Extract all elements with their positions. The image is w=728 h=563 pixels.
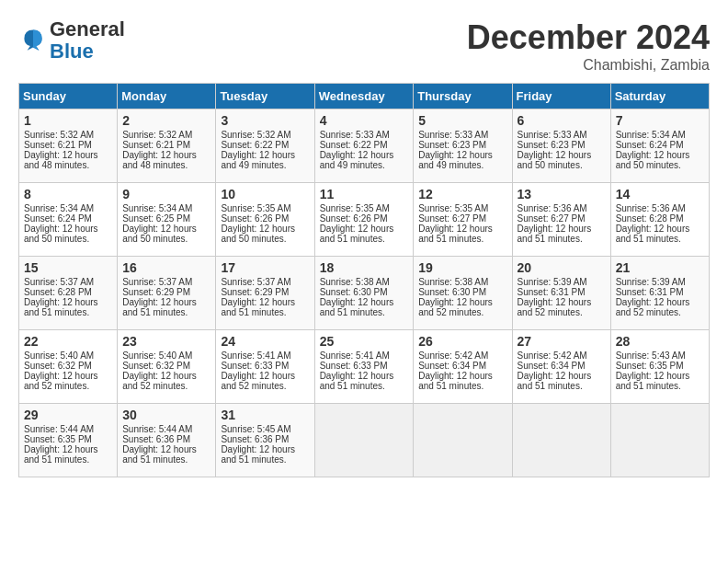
calendar-cell: 18Sunrise: 5:38 AMSunset: 6:30 PMDayligh… (314, 257, 414, 330)
day-number: 30 (122, 408, 210, 422)
day-number: 14 (616, 187, 704, 201)
header-wednesday: Wednesday (314, 84, 414, 109)
calendar-week-row: 15Sunrise: 5:37 AMSunset: 6:28 PMDayligh… (19, 257, 710, 330)
location-subtitle: Chambishi, Zambia (467, 57, 710, 74)
calendar-cell: 25Sunrise: 5:41 AMSunset: 6:33 PMDayligh… (314, 330, 414, 404)
calendar-cell: 17Sunrise: 5:37 AMSunset: 6:29 PMDayligh… (216, 257, 314, 330)
cell-info: Sunrise: 5:36 AMSunset: 6:28 PMDaylight:… (616, 203, 690, 244)
day-number: 10 (221, 187, 309, 201)
calendar-cell: 1Sunrise: 5:32 AMSunset: 6:21 PMDaylight… (19, 109, 118, 183)
title-block: December 2024 Chambishi, Zambia (467, 18, 710, 74)
day-number: 27 (518, 334, 606, 349)
calendar-cell: 16Sunrise: 5:37 AMSunset: 6:29 PMDayligh… (118, 257, 216, 330)
day-number: 1 (24, 113, 112, 128)
cell-info: Sunrise: 5:35 AMSunset: 6:26 PMDaylight:… (221, 203, 295, 244)
calendar-cell: 10Sunrise: 5:35 AMSunset: 6:26 PMDayligh… (216, 183, 314, 257)
header-thursday: Thursday (414, 84, 512, 109)
cell-info: Sunrise: 5:37 AMSunset: 6:29 PMDaylight:… (221, 277, 295, 317)
calendar-cell: 19Sunrise: 5:38 AMSunset: 6:30 PMDayligh… (414, 257, 512, 330)
calendar-cell: 24Sunrise: 5:41 AMSunset: 6:33 PMDayligh… (216, 330, 314, 404)
day-number: 23 (122, 334, 210, 349)
cell-info: Sunrise: 5:33 AMSunset: 6:23 PMDaylight:… (418, 130, 493, 170)
calendar-cell: 7Sunrise: 5:34 AMSunset: 6:24 PMDaylight… (610, 109, 709, 183)
cell-info: Sunrise: 5:34 AMSunset: 6:24 PMDaylight:… (616, 130, 690, 170)
day-number: 31 (221, 408, 309, 422)
header-tuesday: Tuesday (216, 84, 314, 109)
day-number: 19 (418, 260, 506, 275)
day-number: 20 (518, 260, 606, 275)
cell-info: Sunrise: 5:39 AMSunset: 6:31 PMDaylight:… (616, 277, 690, 317)
header-monday: Monday (118, 84, 216, 109)
cell-info: Sunrise: 5:37 AMSunset: 6:29 PMDaylight:… (122, 277, 197, 317)
day-number: 12 (418, 187, 506, 201)
day-number: 9 (122, 187, 210, 201)
day-number: 8 (24, 187, 112, 201)
calendar-cell (610, 404, 709, 477)
day-number: 18 (320, 260, 409, 275)
cell-info: Sunrise: 5:37 AMSunset: 6:28 PMDaylight:… (24, 277, 98, 317)
cell-info: Sunrise: 5:41 AMSunset: 6:33 PMDaylight:… (320, 350, 394, 391)
cell-info: Sunrise: 5:35 AMSunset: 6:26 PMDaylight:… (320, 203, 394, 244)
calendar-cell: 8Sunrise: 5:34 AMSunset: 6:24 PMDaylight… (19, 183, 118, 257)
calendar-cell: 6Sunrise: 5:33 AMSunset: 6:23 PMDaylight… (512, 109, 610, 183)
header-sunday: Sunday (19, 84, 118, 109)
calendar-cell: 15Sunrise: 5:37 AMSunset: 6:28 PMDayligh… (19, 257, 118, 330)
calendar-week-row: 8Sunrise: 5:34 AMSunset: 6:24 PMDaylight… (19, 183, 710, 257)
day-number: 22 (24, 334, 112, 349)
cell-info: Sunrise: 5:32 AMSunset: 6:21 PMDaylight:… (122, 130, 197, 170)
cell-info: Sunrise: 5:36 AMSunset: 6:27 PMDaylight:… (518, 203, 592, 244)
month-title: December 2024 (467, 18, 710, 57)
day-number: 7 (616, 113, 704, 128)
calendar-cell: 28Sunrise: 5:43 AMSunset: 6:35 PMDayligh… (610, 330, 709, 404)
calendar-cell: 26Sunrise: 5:42 AMSunset: 6:34 PMDayligh… (414, 330, 512, 404)
calendar-cell: 30Sunrise: 5:44 AMSunset: 6:36 PMDayligh… (118, 404, 216, 477)
cell-info: Sunrise: 5:38 AMSunset: 6:30 PMDaylight:… (418, 277, 493, 317)
day-number: 2 (122, 113, 210, 128)
cell-info: Sunrise: 5:32 AMSunset: 6:21 PMDaylight:… (24, 130, 98, 170)
calendar-cell: 13Sunrise: 5:36 AMSunset: 6:27 PMDayligh… (512, 183, 610, 257)
calendar-week-row: 1Sunrise: 5:32 AMSunset: 6:21 PMDaylight… (19, 109, 710, 183)
calendar-cell: 20Sunrise: 5:39 AMSunset: 6:31 PMDayligh… (512, 257, 610, 330)
day-number: 6 (518, 113, 606, 128)
cell-info: Sunrise: 5:42 AMSunset: 6:34 PMDaylight:… (418, 350, 493, 391)
day-number: 29 (24, 408, 112, 422)
cell-info: Sunrise: 5:33 AMSunset: 6:22 PMDaylight:… (320, 130, 394, 170)
day-number: 28 (616, 334, 704, 349)
calendar-cell: 12Sunrise: 5:35 AMSunset: 6:27 PMDayligh… (414, 183, 512, 257)
calendar-cell: 4Sunrise: 5:33 AMSunset: 6:22 PMDaylight… (314, 109, 414, 183)
day-number: 3 (221, 113, 309, 128)
calendar-cell: 21Sunrise: 5:39 AMSunset: 6:31 PMDayligh… (610, 257, 709, 330)
logo-icon (18, 24, 48, 53)
calendar-week-row: 29Sunrise: 5:44 AMSunset: 6:35 PMDayligh… (19, 404, 710, 477)
cell-info: Sunrise: 5:43 AMSunset: 6:35 PMDaylight:… (616, 350, 690, 391)
calendar-cell: 9Sunrise: 5:34 AMSunset: 6:25 PMDaylight… (118, 183, 216, 257)
cell-info: Sunrise: 5:39 AMSunset: 6:31 PMDaylight:… (518, 277, 592, 317)
calendar-table: SundayMondayTuesdayWednesdayThursdayFrid… (18, 83, 710, 477)
cell-info: Sunrise: 5:34 AMSunset: 6:24 PMDaylight:… (24, 203, 98, 244)
calendar-cell (512, 404, 610, 477)
day-number: 24 (221, 334, 309, 349)
calendar-cell: 2Sunrise: 5:32 AMSunset: 6:21 PMDaylight… (118, 109, 216, 183)
day-number: 15 (24, 260, 112, 275)
calendar-cell (414, 404, 512, 477)
calendar-cell (314, 404, 414, 477)
page-header: General Blue December 2024 Chambishi, Za… (18, 18, 710, 74)
cell-info: Sunrise: 5:40 AMSunset: 6:32 PMDaylight:… (24, 350, 98, 391)
calendar-cell: 5Sunrise: 5:33 AMSunset: 6:23 PMDaylight… (414, 109, 512, 183)
calendar-cell: 31Sunrise: 5:45 AMSunset: 6:36 PMDayligh… (216, 404, 314, 477)
cell-info: Sunrise: 5:41 AMSunset: 6:33 PMDaylight:… (221, 350, 295, 391)
day-number: 25 (320, 334, 409, 349)
day-number: 21 (616, 260, 704, 275)
cell-info: Sunrise: 5:42 AMSunset: 6:34 PMDaylight:… (518, 350, 592, 391)
header-friday: Friday (512, 84, 610, 109)
day-number: 13 (518, 187, 606, 201)
day-number: 11 (320, 187, 409, 201)
calendar-cell: 29Sunrise: 5:44 AMSunset: 6:35 PMDayligh… (19, 404, 118, 477)
header-saturday: Saturday (610, 84, 709, 109)
cell-info: Sunrise: 5:32 AMSunset: 6:22 PMDaylight:… (221, 130, 295, 170)
calendar-cell: 3Sunrise: 5:32 AMSunset: 6:22 PMDaylight… (216, 109, 314, 183)
calendar-cell: 11Sunrise: 5:35 AMSunset: 6:26 PMDayligh… (314, 183, 414, 257)
cell-info: Sunrise: 5:38 AMSunset: 6:30 PMDaylight:… (320, 277, 394, 317)
cell-info: Sunrise: 5:34 AMSunset: 6:25 PMDaylight:… (122, 203, 197, 244)
calendar-cell: 14Sunrise: 5:36 AMSunset: 6:28 PMDayligh… (610, 183, 709, 257)
